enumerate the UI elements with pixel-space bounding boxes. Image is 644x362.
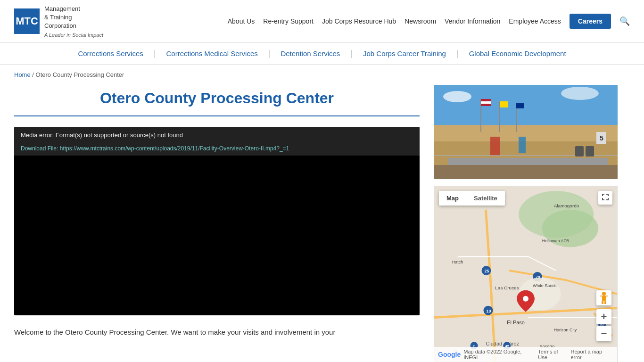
map-data-credit: Map data ©2022 Google, INEGI bbox=[463, 349, 535, 360]
street-view-icon[interactable] bbox=[596, 290, 611, 305]
logo-text: Management & Training Corporation bbox=[44, 5, 103, 31]
logo[interactable]: MTC Management & Training Corporation A … bbox=[14, 5, 103, 38]
svg-rect-51 bbox=[600, 296, 603, 296]
breadcrumb: Home / Otero County Processing Center bbox=[0, 65, 644, 85]
svg-text:White Sands: White Sands bbox=[533, 283, 557, 288]
welcome-text: Welcome to the Otero County Processing C… bbox=[14, 327, 420, 338]
svg-rect-9 bbox=[519, 137, 526, 153]
svg-point-2 bbox=[561, 87, 599, 100]
video-error-message: Media error: Format(s) not supported or … bbox=[14, 127, 420, 143]
svg-rect-53 bbox=[602, 301, 603, 304]
svg-text:Horizon City: Horizon City bbox=[554, 328, 577, 332]
nav-job-corps-career[interactable]: Job Corps Career Training bbox=[353, 49, 456, 58]
svg-text:Alamogordo: Alamogordo bbox=[554, 203, 579, 208]
breadcrumb-separator: / bbox=[32, 71, 35, 78]
video-player[interactable]: Media error: Format(s) not supported or … bbox=[14, 127, 420, 315]
satellite-button[interactable]: Satellite bbox=[466, 191, 505, 206]
svg-point-1 bbox=[443, 91, 471, 102]
svg-text:10: 10 bbox=[486, 308, 491, 313]
video-frame bbox=[14, 156, 420, 315]
download-prefix: Download File: bbox=[21, 145, 60, 152]
nav-corrections-medical[interactable]: Corrections Medical Services bbox=[156, 49, 268, 58]
svg-rect-8 bbox=[490, 137, 500, 156]
map-fullscreen-button[interactable] bbox=[598, 191, 612, 205]
svg-point-49 bbox=[602, 292, 606, 296]
secondary-navigation: Corrections Services | Corrections Medic… bbox=[0, 43, 644, 65]
svg-rect-21 bbox=[586, 146, 594, 156]
svg-rect-7 bbox=[448, 158, 608, 165]
map-report-link[interactable]: Report a map error bbox=[570, 349, 613, 360]
nav-newsroom[interactable]: Newsroom bbox=[405, 17, 436, 25]
svg-text:Ciudad Juárez: Ciudad Juárez bbox=[486, 341, 519, 346]
page-title: Otero County Processing Center bbox=[14, 90, 420, 107]
top-navigation: About Us Re-entry Support Job Corps Reso… bbox=[228, 14, 630, 29]
nav-corrections-services[interactable]: Corrections Services bbox=[67, 49, 153, 58]
nav-reentry-support[interactable]: Re-entry Support bbox=[263, 17, 314, 25]
svg-text:Holloman AFB: Holloman AFB bbox=[542, 239, 569, 243]
svg-rect-6 bbox=[434, 165, 618, 179]
facility-photo-svg: 5 bbox=[434, 85, 618, 179]
logo-tagline: A Leader in Social Impact bbox=[44, 32, 103, 38]
svg-rect-12 bbox=[481, 101, 491, 104]
nav-vendor-information[interactable]: Vendor Information bbox=[445, 17, 500, 25]
nav-detention-services[interactable]: Detention Services bbox=[270, 49, 350, 58]
svg-rect-54 bbox=[604, 301, 606, 304]
nav-about-us[interactable]: About Us bbox=[228, 17, 255, 25]
svg-text:5: 5 bbox=[600, 134, 603, 142]
breadcrumb-current: Otero County Processing Center bbox=[36, 71, 124, 78]
map-footer: Google Map data ©2022 Google, INEGI Term… bbox=[434, 347, 617, 362]
logo-icon: MTC bbox=[14, 8, 40, 34]
nav-employee-access[interactable]: Employee Access bbox=[509, 17, 561, 25]
map-terms-link[interactable]: Terms of Use bbox=[538, 349, 568, 360]
map-zoom-out-button[interactable]: − bbox=[596, 326, 611, 341]
svg-rect-20 bbox=[575, 146, 584, 156]
svg-text:El Paso: El Paso bbox=[507, 320, 525, 325]
careers-button[interactable]: Careers bbox=[570, 14, 611, 29]
download-url: https://www.mtctrains.com/wp-content/upl… bbox=[60, 145, 289, 152]
person-icon bbox=[599, 292, 609, 304]
map-svg: 25 70 10 62 Alamogordo Holloman AFB bbox=[434, 186, 617, 362]
map-zoom-in-button[interactable]: + bbox=[596, 309, 611, 324]
map-container[interactable]: 25 70 10 62 Alamogordo Holloman AFB bbox=[434, 186, 618, 362]
svg-rect-14 bbox=[500, 101, 508, 107]
nav-global-economic[interactable]: Global Economic Development bbox=[459, 49, 577, 58]
svg-text:Las Cruces: Las Cruces bbox=[495, 285, 519, 290]
search-icon[interactable]: 🔍 bbox=[619, 16, 630, 26]
title-divider bbox=[14, 115, 420, 116]
svg-rect-52 bbox=[605, 296, 608, 296]
svg-rect-50 bbox=[602, 296, 606, 301]
nav-job-corps-resource-hub[interactable]: Job Corps Resource Hub bbox=[322, 17, 396, 25]
map-button[interactable]: Map bbox=[439, 191, 466, 206]
svg-text:25: 25 bbox=[484, 269, 489, 273]
svg-point-48 bbox=[523, 296, 528, 301]
facility-photo: 5 bbox=[434, 85, 618, 179]
video-download-link[interactable]: Download File: https://www.mtctrains.com… bbox=[14, 143, 420, 156]
google-logo: Google bbox=[438, 351, 461, 358]
svg-text:Hatch: Hatch bbox=[452, 260, 463, 264]
map-type-controls: Map Satellite bbox=[439, 191, 505, 206]
svg-rect-16 bbox=[516, 103, 524, 108]
fullscreen-icon bbox=[602, 194, 609, 200]
breadcrumb-home[interactable]: Home bbox=[14, 71, 31, 78]
